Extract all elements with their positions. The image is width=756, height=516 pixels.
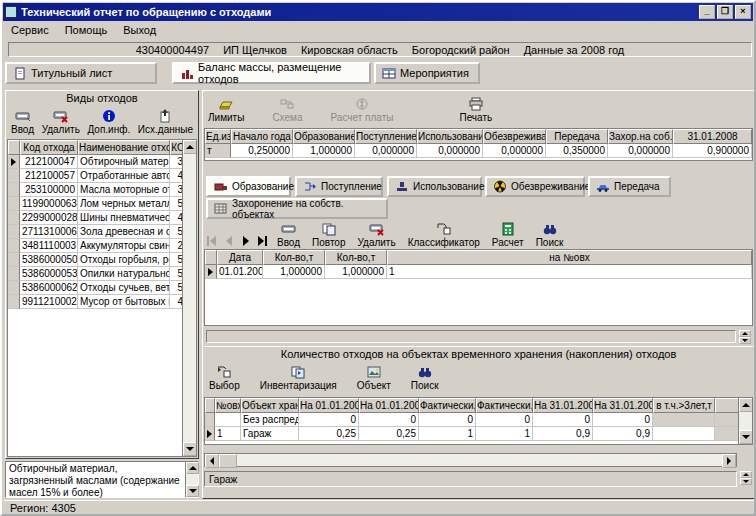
table-row[interactable]: Без распределе 0 0 0 0 0 0 <box>205 413 752 427</box>
menu-service[interactable]: Сервис <box>3 22 57 38</box>
tab-mass-balance[interactable]: Баланс массы, размещение отходов <box>172 62 371 84</box>
scroll-up-icon[interactable] <box>739 398 753 412</box>
input-button[interactable]: Ввод <box>8 106 37 137</box>
waste-description: Обтирочный материал, загрязненный маслам… <box>9 463 180 498</box>
table-row[interactable]: 9911210002Мусор от бытовых пом4 <box>8 295 196 309</box>
scroll-down-icon[interactable] <box>739 430 753 444</box>
table-row[interactable]: 3481110003Аккумуляторы свинцов2 <box>8 239 196 253</box>
table-row[interactable]: 5386000053Опилки натуральной чи5 <box>8 267 196 281</box>
tab-events[interactable]: Мероприятия <box>374 62 480 84</box>
formation-grid: Дата Кол-во,т Кол-во,т на №овх 01.01.200… <box>204 249 753 326</box>
storage-section: Количество отходов на объектах временног… <box>204 346 753 497</box>
source-data-button[interactable]: Исх.данные <box>135 106 196 137</box>
inventory-button[interactable]: Инвентаризация <box>257 362 340 393</box>
tab-title-page[interactable]: Титульный лист <box>5 62 157 84</box>
select-button[interactable]: Выбор <box>206 362 243 393</box>
balance-row[interactable]: т 0,250000 1,000000 0,000000 0,000000 0,… <box>205 144 752 158</box>
repeat-button[interactable]: Повтор <box>309 221 348 249</box>
keyboard-icon <box>281 222 297 236</box>
title-bar: Технический отчет по обращению с отходам… <box>3 3 753 21</box>
close-button[interactable]: × <box>735 5 751 19</box>
scroll-right-icon[interactable] <box>722 454 736 468</box>
info-district: Богородский район <box>412 44 510 56</box>
next-record-icon[interactable] <box>240 233 251 249</box>
waste-grid-header: Код отхода Наименование отхода КО <box>8 140 196 155</box>
scroll-down-icon[interactable] <box>183 442 197 456</box>
footer-spinner[interactable] <box>740 471 752 485</box>
scroll-thumb[interactable] <box>219 454 237 468</box>
search-button[interactable]: Поиск <box>408 362 442 393</box>
menu-exit[interactable]: Выход <box>115 22 164 38</box>
main-tabs: Титульный лист Баланс массы, размещение … <box>5 62 755 85</box>
last-record-icon[interactable] <box>257 233 268 249</box>
subtab-burial[interactable]: Захоронение на собств. объектах <box>206 198 388 219</box>
current-row-marker <box>207 430 212 438</box>
info-entity: ИП Щелчков <box>223 44 287 56</box>
table-row[interactable]: 5386000062Отходы сучьев, ветвей5 <box>8 281 196 295</box>
separator-strip <box>206 330 736 343</box>
select-icon <box>216 365 232 379</box>
usage-icon <box>395 180 409 193</box>
schema-button[interactable]: Схема <box>269 96 305 124</box>
printer-icon <box>468 97 484 111</box>
balance-grid: Ед.из Начало года Образование Поступлени… <box>204 128 753 161</box>
region-status: Регион: 4305 <box>10 502 76 514</box>
keyboard-delete-icon <box>369 222 385 236</box>
table-row[interactable]: 2299000028Шины пневматические4 <box>8 211 196 225</box>
strip-spinner[interactable] <box>739 330 751 344</box>
memo-scrollbar[interactable] <box>185 462 198 497</box>
subtab-formation[interactable]: Образование <box>206 176 291 197</box>
delete-button[interactable]: Удалить <box>354 221 398 249</box>
storage-hscrollbar[interactable] <box>204 453 737 467</box>
current-row-marker <box>208 268 213 276</box>
tab-label: Мероприятия <box>400 67 469 79</box>
scroll-up-icon[interactable] <box>183 140 197 154</box>
waste-grid-scrollbar[interactable] <box>182 140 196 456</box>
scroll-down-icon[interactable] <box>186 485 199 497</box>
table-row[interactable]: 01.01.2008 1,000000 1,000000 1 <box>205 265 752 279</box>
calc-button[interactable]: Расчет <box>489 221 527 249</box>
limits-icon <box>218 97 234 111</box>
table-row[interactable]: 253100000Масла моторные отраб3 <box>8 183 196 197</box>
burial-icon <box>214 202 228 215</box>
menu-help[interactable]: Помощь <box>57 22 116 38</box>
subtab-transfer[interactable]: Передача <box>588 176 671 197</box>
restore-button[interactable]: ❐ <box>717 5 733 19</box>
additional-info-button[interactable]: Доп.инф. <box>84 106 133 137</box>
input-button[interactable]: Ввод <box>274 221 303 249</box>
object-button[interactable]: Объект <box>354 362 394 393</box>
formation-icon <box>214 180 228 193</box>
subtab-receipt[interactable]: Поступление <box>295 176 383 197</box>
limits-button[interactable]: Лимиты <box>205 96 247 124</box>
first-record-icon[interactable] <box>206 233 217 249</box>
schema-icon <box>279 97 295 111</box>
events-icon <box>382 67 396 80</box>
table-row[interactable]: 1199000063Лом черных металлов5 <box>8 197 196 211</box>
table-row[interactable]: 212100057Отработанные автомоб4 <box>8 169 196 183</box>
classifier-button[interactable]: Классификатор <box>405 221 483 249</box>
subtab-usage[interactable]: Использование <box>387 176 482 197</box>
search-button[interactable]: Поиск <box>533 221 567 249</box>
minimize-button[interactable]: _ <box>699 5 715 19</box>
table-row[interactable]: 2711310006Зола древесная и соло5 <box>8 225 196 239</box>
payment-calc-button[interactable]: Расчет платы <box>328 96 397 124</box>
formation-grid-header: Дата Кол-во,т Кол-во,т на №овх <box>205 250 752 265</box>
repeat-icon <box>321 222 337 236</box>
table-row[interactable]: 5386000050Отходы горбыля, рейки5 <box>8 253 196 267</box>
neutralization-icon <box>493 180 507 193</box>
storage-grid: №овх Объект хранени На 01.01.2008,т На 0… <box>204 397 753 445</box>
storage-grid-scrollbar[interactable] <box>738 398 752 444</box>
delete-button[interactable]: Удалить <box>39 106 83 137</box>
menu-bar: Сервис Помощь Выход <box>3 21 753 39</box>
scroll-up-icon[interactable] <box>186 462 199 474</box>
waste-description-box: Обтирочный материал, загрязненный маслам… <box>5 461 199 498</box>
formation-toolbar: Ввод Повтор Удалить Классификатор Расчет… <box>206 222 566 249</box>
balance-toolbar: Лимиты Схема Расчет платы Печать <box>205 93 495 126</box>
table-row[interactable]: 212100047Обтирочный материал,3 <box>8 155 196 169</box>
print-button[interactable]: Печать <box>456 96 495 124</box>
scroll-left-icon[interactable] <box>205 454 219 468</box>
waste-types-grid: Код отхода Наименование отхода КО 212100… <box>7 139 197 457</box>
table-row[interactable]: 1 Гараж 0,25 0,25 1 1 0,9 0,9 <box>205 427 752 441</box>
subtab-neutralization[interactable]: Обезвреживание <box>485 176 585 197</box>
prev-record-icon[interactable] <box>223 233 234 249</box>
